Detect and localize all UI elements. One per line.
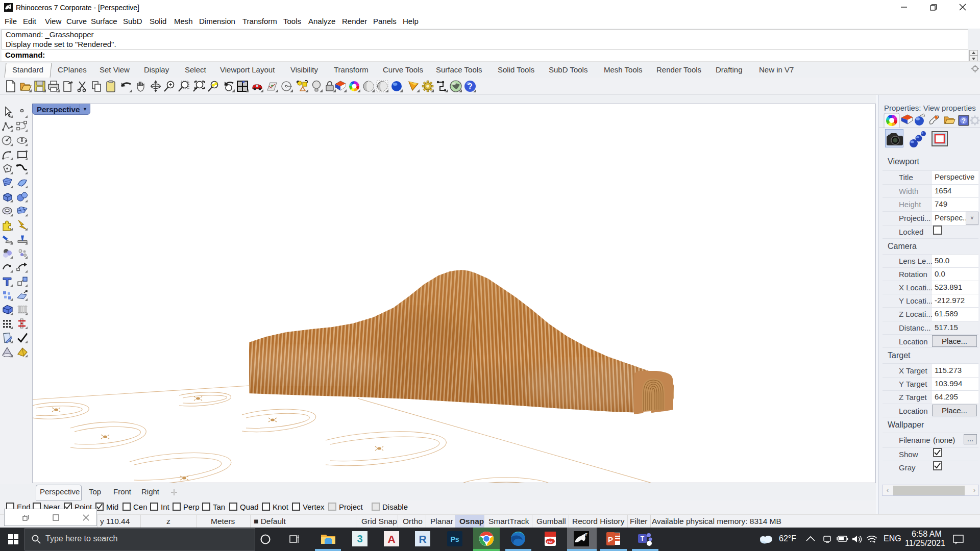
svg-text:T: T xyxy=(641,535,645,542)
svg-text:P: P xyxy=(608,535,613,544)
svg-text:A: A xyxy=(387,533,395,545)
svg-text:3: 3 xyxy=(357,533,362,544)
svg-text:?: ? xyxy=(468,82,473,91)
svg-text:7: 7 xyxy=(585,532,587,537)
svg-text:PDF: PDF xyxy=(547,540,553,543)
svg-text:R: R xyxy=(419,533,426,545)
svg-text:Ps: Ps xyxy=(450,535,459,543)
